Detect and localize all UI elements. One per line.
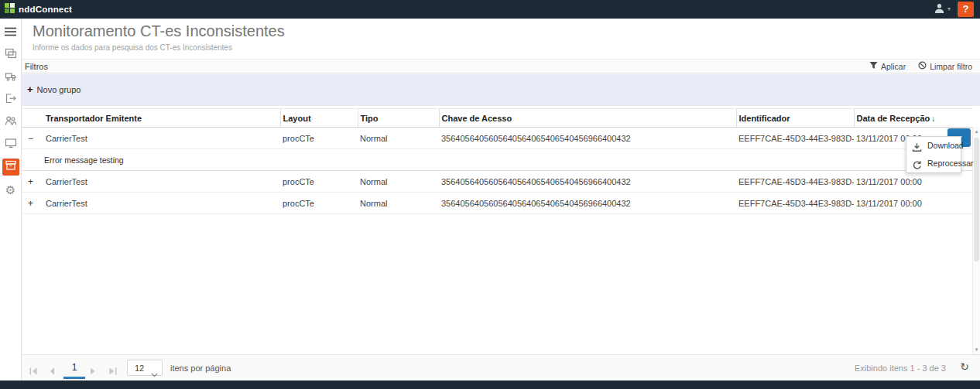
cell-tipo: Normal [358, 171, 439, 193]
new-group-button[interactable]: + Novo grupo [27, 84, 81, 94]
user-icon [934, 2, 945, 17]
sidebar-item-cte-monitor[interactable] [2, 159, 19, 176]
apply-filter-label: Aplicar [881, 62, 906, 71]
error-message: Error message testing [44, 155, 124, 165]
pagination-summary: Exibindo itens 1 - 3 de 3 [855, 363, 946, 373]
scroll-up-icon[interactable]: ▲ [973, 129, 980, 134]
first-page-button[interactable] [29, 364, 38, 378]
clear-filter-label: Limpar filtro [930, 62, 972, 71]
truck-icon [5, 70, 17, 85]
expand-cell[interactable]: + [22, 171, 43, 193]
table-header-row: Transportador Emitente Layout Tipo Chave… [22, 109, 972, 128]
menu-item-label: Reprocessar [927, 159, 974, 168]
user-menu[interactable]: ▾ [934, 2, 951, 17]
sort-desc-icon: ↓ [931, 114, 935, 123]
brand-name: nddConnect [19, 5, 72, 14]
brand[interactable]: nddConnect [5, 2, 72, 16]
scrollbar-thumb[interactable] [974, 138, 979, 261]
cell-text: Normal [360, 199, 387, 208]
expand-cell[interactable]: + [22, 193, 43, 214]
cell-text: procCTe [283, 199, 314, 208]
cell-text: CarrierTest [46, 134, 87, 143]
cell-data-recepcao: 13/11/2017 00:00 [854, 193, 972, 214]
pagination-bar: 1 12 itens por página Exibindo itens 1 -… [22, 354, 980, 380]
cell-transportador: CarrierTest [43, 128, 280, 149]
export-icon [5, 92, 17, 107]
results-table: Transportador Emitente Layout Tipo Chave… [22, 108, 972, 214]
sidebar-item-settings[interactable]: ⚙ [2, 181, 19, 198]
cell-transportador: CarrierTest [43, 171, 280, 193]
table-row[interactable]: + CarrierTest procCTe Normal 35640564056… [22, 193, 972, 214]
menu-item-reprocess[interactable]: Reprocessar [906, 155, 961, 172]
cell-identificador: EEFF7CAE-45D3-44E3-983D-666564F24... [736, 193, 854, 214]
expand-cell[interactable]: − [22, 128, 43, 149]
col-transportador-label: Transportador Emitente [46, 114, 142, 123]
cell-transportador: CarrierTest [43, 193, 280, 214]
expand-row-button[interactable]: + [28, 176, 33, 187]
table-row[interactable]: − CarrierTest procCTe Normal 35640564056… [22, 128, 972, 149]
new-group-label: Novo grupo [37, 85, 81, 94]
col-tipo-label: Tipo [361, 114, 379, 123]
col-identificador-label: Identificador [739, 114, 790, 123]
page-subtitle: Informe os dados para pesquisa dos CT-es… [33, 43, 232, 52]
sidebar-item-monitor[interactable] [2, 46, 19, 63]
archive-box-icon [5, 159, 17, 175]
sidebar-item-export[interactable] [2, 91, 19, 108]
col-transportador[interactable]: Transportador Emitente [43, 109, 280, 128]
topbar: nddConnect ▾ ? [0, 0, 980, 19]
expand-row-button[interactable]: + [28, 198, 33, 209]
filters-title: Filtros [25, 62, 48, 71]
cell-text: EEFF7CAE-45D3-44E3-983D-666564F24... [738, 199, 854, 208]
help-button[interactable]: ? [958, 2, 974, 17]
last-page-button[interactable] [108, 364, 117, 378]
col-chave-label: Chave de Acesso [442, 114, 512, 123]
col-identificador[interactable]: Identificador [736, 109, 854, 128]
detail-row: Error message testing [22, 149, 972, 171]
collapse-row-button[interactable]: − [28, 133, 33, 144]
scroll-down-icon[interactable]: ▼ [973, 347, 980, 352]
menu-item-label: Download [927, 141, 964, 150]
sidebar-item-screen[interactable] [2, 136, 19, 153]
table-row[interactable]: + CarrierTest procCTe Normal 35640564056… [22, 171, 972, 193]
items-per-page-label: itens por página [170, 363, 231, 373]
plus-icon: + [27, 84, 33, 94]
sidebar-menu-toggle[interactable] [2, 24, 19, 41]
next-page-button[interactable] [90, 364, 97, 378]
monitor-icon [5, 137, 17, 152]
menu-item-download[interactable]: Download [906, 137, 961, 155]
gear-icon: ⚙ [5, 184, 15, 196]
page-size-value: 12 [135, 363, 144, 373]
cell-layout: procCTe [280, 171, 358, 193]
sidebar-item-truck[interactable] [2, 69, 19, 86]
cell-text: CarrierTest [46, 177, 87, 186]
cell-tipo: Normal [358, 193, 439, 214]
clear-filter-button[interactable]: Limpar filtro [918, 61, 972, 71]
filter-funnel-icon [869, 61, 878, 71]
cell-text: 3564056405605640564065406540456966400432 [441, 177, 631, 186]
col-data-recepcao[interactable]: Data de Recepção↓ [854, 109, 972, 128]
prev-page-button[interactable] [48, 364, 55, 378]
page-size-select[interactable]: 12 [127, 360, 163, 376]
brand-logo-icon [5, 2, 15, 16]
row-actions-menu: Download Reprocessar [906, 136, 961, 173]
current-page-number[interactable]: 1 [67, 362, 82, 373]
apply-filter-button[interactable]: Aplicar [869, 61, 906, 71]
cell-text: Normal [360, 134, 387, 143]
cell-layout: procCTe [280, 193, 358, 214]
col-data-label: Data de Recepção [857, 114, 930, 123]
cell-text: EEFF7CAE-45D3-44E3-983D-666564F24... [738, 134, 854, 143]
cell-text: 13/11/2017 00:00 [856, 177, 922, 186]
col-layout[interactable]: Layout [280, 109, 358, 128]
filter-builder-panel: + Novo grupo [22, 74, 980, 106]
cell-text: Normal [360, 177, 387, 186]
col-chave[interactable]: Chave de Acesso [439, 109, 736, 128]
col-tipo[interactable]: Tipo [358, 109, 439, 128]
caret-down-icon: ▾ [947, 6, 951, 12]
cell-text: EEFF7CAE-45D3-44E3-983D-666564F24... [738, 177, 854, 186]
refresh-icon[interactable]: ↻ [960, 361, 969, 372]
refresh-icon [912, 159, 922, 176]
cell-identificador: EEFF7CAE-45D3-44E3-983D-666564F24... [736, 171, 854, 193]
windows-icon [5, 47, 17, 63]
footer-bar [0, 380, 980, 389]
sidebar-item-users[interactable] [2, 114, 19, 131]
